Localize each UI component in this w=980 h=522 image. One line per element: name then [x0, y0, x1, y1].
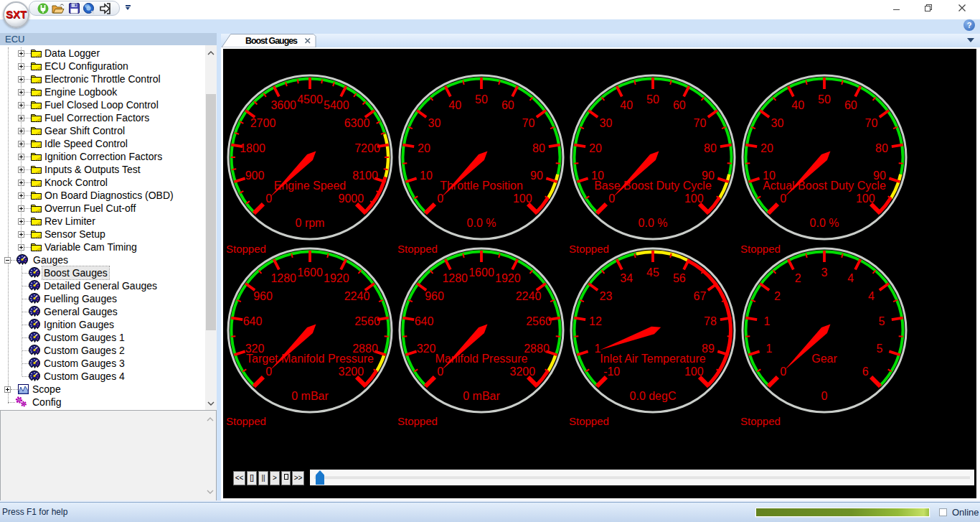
svg-text:2560: 2560	[354, 315, 380, 327]
svg-text:90: 90	[530, 169, 543, 182]
svg-text:5: 5	[879, 315, 885, 327]
svg-text:4500: 4500	[297, 93, 323, 106]
svg-text:-10: -10	[603, 365, 620, 378]
svg-text:Stopped: Stopped	[740, 415, 781, 427]
svg-text:0: 0	[608, 192, 615, 205]
svg-text:80: 80	[875, 142, 888, 154]
svg-text:320: 320	[417, 342, 436, 355]
svg-text:0.0 %: 0.0 %	[467, 217, 496, 229]
svg-text:4: 4	[847, 272, 854, 284]
svg-text:640: 640	[243, 315, 263, 327]
svg-text:1920: 1920	[495, 272, 521, 284]
svg-text:100: 100	[684, 192, 704, 205]
svg-text:100: 100	[684, 365, 704, 378]
svg-text:40: 40	[448, 99, 461, 111]
svg-text:0 mBar: 0 mBar	[291, 390, 329, 402]
svg-text:40: 40	[791, 99, 804, 111]
svg-text:50: 50	[475, 93, 488, 106]
svg-text:70: 70	[865, 117, 878, 129]
svg-text:6: 6	[862, 365, 869, 378]
svg-text:67: 67	[694, 290, 707, 302]
svg-text:960: 960	[253, 290, 273, 302]
svg-text:100: 100	[856, 192, 875, 205]
svg-text:1: 1	[766, 342, 773, 355]
svg-text:4: 4	[868, 290, 875, 302]
svg-text:0 rpm: 0 rpm	[296, 217, 325, 229]
svg-text:3: 3	[821, 266, 828, 279]
svg-text:30: 30	[771, 117, 784, 129]
svg-text:1: 1	[764, 315, 771, 327]
svg-text:2700: 2700	[250, 117, 276, 129]
svg-text:50: 50	[646, 93, 659, 106]
svg-text:1600: 1600	[297, 266, 323, 279]
svg-text:0.0 degC: 0.0 degC	[630, 390, 677, 402]
svg-text:78: 78	[704, 315, 717, 327]
svg-text:0: 0	[780, 365, 786, 378]
svg-text:0: 0	[265, 192, 272, 205]
svg-text:Inlet Air Temperature: Inlet Air Temperature	[600, 353, 705, 365]
svg-text:Target Manifold Pressure: Target Manifold Pressure	[246, 353, 374, 365]
svg-text:60: 60	[501, 99, 514, 111]
svg-text:2880: 2880	[524, 342, 550, 355]
svg-text:2: 2	[795, 272, 801, 284]
svg-text:60: 60	[844, 99, 857, 111]
svg-text:3200: 3200	[339, 365, 364, 378]
svg-text:0: 0	[437, 192, 443, 205]
svg-text:1920: 1920	[324, 272, 349, 284]
svg-text:7200: 7200	[354, 142, 380, 154]
svg-text:70: 70	[694, 117, 707, 129]
svg-text:80: 80	[704, 142, 717, 154]
svg-text:Stopped: Stopped	[569, 415, 609, 427]
svg-text:Stopped: Stopped	[569, 243, 609, 255]
svg-text:80: 80	[532, 142, 545, 154]
svg-text:30: 30	[428, 117, 441, 129]
svg-text:2: 2	[774, 290, 781, 302]
svg-text:2240: 2240	[344, 290, 370, 302]
svg-text:8100: 8100	[352, 169, 378, 182]
svg-text:960: 960	[425, 290, 444, 302]
svg-text:0 mBar: 0 mBar	[463, 390, 500, 402]
svg-text:20: 20	[760, 142, 773, 154]
svg-text:3200: 3200	[510, 365, 536, 378]
svg-text:1800: 1800	[240, 142, 265, 154]
svg-text:3600: 3600	[270, 99, 296, 111]
svg-text:40: 40	[620, 99, 633, 111]
svg-text:2560: 2560	[526, 315, 552, 327]
svg-text:70: 70	[522, 117, 535, 129]
svg-text:0: 0	[821, 390, 828, 402]
svg-text:Base Boost Duty Cycle: Base Boost Duty Cycle	[594, 180, 712, 192]
svg-text:10: 10	[420, 169, 433, 182]
svg-text:60: 60	[673, 99, 686, 111]
svg-text:640: 640	[415, 315, 434, 327]
svg-text:100: 100	[513, 192, 532, 205]
svg-text:Actual Boost Duty Cycle: Actual Boost Duty Cycle	[763, 180, 886, 192]
svg-text:Boost Gauges: Boost Gauges	[245, 36, 298, 46]
svg-text:34: 34	[620, 272, 633, 284]
svg-text:45: 45	[646, 266, 659, 279]
svg-text:0.0 %: 0.0 %	[810, 217, 839, 229]
svg-text:20: 20	[418, 142, 430, 154]
svg-text:23: 23	[600, 290, 613, 302]
svg-text:2240: 2240	[516, 290, 542, 302]
svg-text:9000: 9000	[339, 192, 364, 205]
svg-text:1600: 1600	[468, 266, 494, 279]
svg-text:5: 5	[877, 342, 883, 355]
svg-text:Gear: Gear	[811, 353, 837, 365]
svg-text:6300: 6300	[344, 117, 370, 129]
svg-text:20: 20	[589, 142, 602, 154]
svg-text:Stopped: Stopped	[226, 243, 266, 255]
svg-text:1280: 1280	[270, 272, 296, 284]
svg-text:Stopped: Stopped	[740, 243, 781, 255]
svg-text:12: 12	[589, 315, 602, 327]
svg-text:0: 0	[437, 365, 443, 378]
svg-text:Stopped: Stopped	[397, 243, 438, 255]
svg-text:50: 50	[818, 93, 831, 106]
svg-text:30: 30	[600, 117, 613, 129]
svg-text:1280: 1280	[442, 272, 468, 284]
svg-text:0: 0	[780, 192, 786, 205]
svg-text:0.0 %: 0.0 %	[639, 217, 668, 229]
svg-text:0: 0	[265, 365, 272, 378]
svg-text:5400: 5400	[324, 99, 349, 111]
svg-text:Stopped: Stopped	[397, 415, 438, 427]
svg-text:Stopped: Stopped	[226, 415, 266, 427]
